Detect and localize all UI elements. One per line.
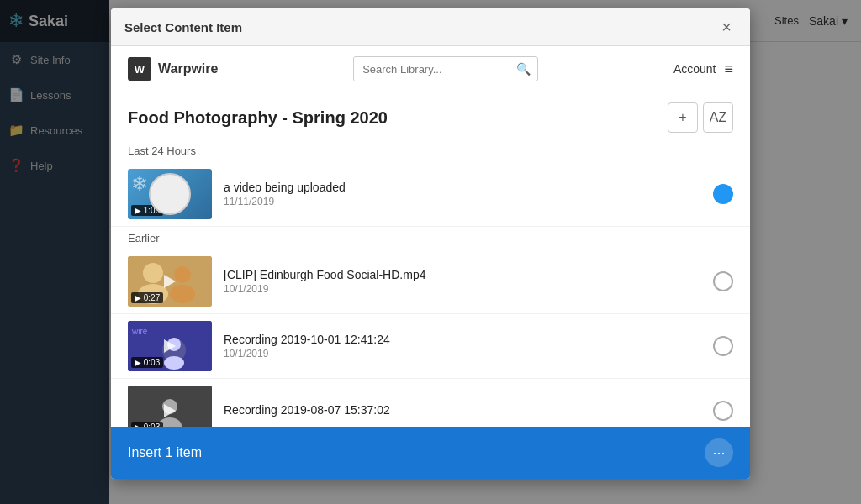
video-item-1[interactable]: ❄ ▶ 1:00 a video being uploaded 11/11/20… xyxy=(111,162,750,227)
warpwire-logo-box: W xyxy=(128,57,151,81)
add-button[interactable]: + xyxy=(668,102,698,133)
video-name-2: [CLIP] Edinburgh Food Social-HD.mp4 xyxy=(224,268,701,281)
modal-body: W Warpwire 🔍 Account ≡ Food Photography … xyxy=(111,46,750,427)
video-duration-3: ▶ 0:03 xyxy=(131,357,163,368)
insert-bar: Insert 1 item ··· xyxy=(111,427,750,479)
svg-text:wire: wire xyxy=(131,327,148,336)
svg-point-1 xyxy=(143,263,163,283)
insert-more-button[interactable]: ··· xyxy=(705,438,733,467)
video-select-2[interactable] xyxy=(713,271,733,291)
warpwire-logo: W Warpwire xyxy=(128,57,218,81)
account-section: Account ≡ xyxy=(673,60,733,78)
library-title: Food Photography - Spring 2020 xyxy=(128,108,388,128)
search-input[interactable] xyxy=(354,58,510,81)
video-name-3: Recording 2019-10-01 12:41:24 xyxy=(224,333,701,346)
video-date-3: 10/1/2019 xyxy=(224,348,701,360)
video-name-1: a video being uploaded xyxy=(224,181,701,194)
video-thumb-3: wire ▶ 0:03 xyxy=(128,321,212,371)
svg-point-3 xyxy=(174,266,191,283)
video-item-3[interactable]: wire ▶ 0:03 Recording 2019-10-01 12:41:2… xyxy=(111,314,750,379)
video-select-4[interactable] xyxy=(713,401,733,421)
section-last24-header: Last 24 Hours xyxy=(111,139,750,162)
more-icon: ··· xyxy=(712,444,725,462)
video-duration-2: ▶ 0:27 xyxy=(131,292,163,303)
warpwire-logo-text: Warpwire xyxy=(158,61,218,76)
section-earlier-header: Earlier xyxy=(111,227,750,249)
insert-label: Insert 1 item xyxy=(128,445,202,460)
video-date-2: 10/1/2019 xyxy=(224,283,701,295)
video-name-4: Recording 2019-08-07 15:37:02 xyxy=(224,403,701,417)
video-duration-4: ▶ 0:03 xyxy=(131,422,163,427)
select-content-modal: Select Content Item × W Warpwire 🔍 Accou… xyxy=(111,8,750,479)
play-icon-2 xyxy=(164,275,176,288)
video-info-1: a video being uploaded 11/11/2019 xyxy=(224,181,701,207)
library-title-row: Food Photography - Spring 2020 + AZ xyxy=(111,92,750,139)
play-icon-4 xyxy=(164,404,176,417)
video-thumb-2: ▶ 0:27 xyxy=(128,256,212,307)
video-info-2: [CLIP] Edinburgh Food Social-HD.mp4 10/1… xyxy=(224,268,701,295)
video-select-3[interactable] xyxy=(713,336,733,356)
video-info-4: Recording 2019-08-07 15:37:02 xyxy=(224,403,701,418)
video-item-4[interactable]: ▶ 0:03 Recording 2019-08-07 15:37:02 xyxy=(111,379,750,427)
svg-point-9 xyxy=(164,356,184,370)
warpwire-header: W Warpwire 🔍 Account ≡ xyxy=(111,46,750,92)
video-info-3: Recording 2019-10-01 12:41:24 10/1/2019 xyxy=(224,333,701,360)
video-date-1: 11/11/2019 xyxy=(224,196,701,207)
modal-header: Select Content Item × xyxy=(111,8,750,46)
modal-overlay: Select Content Item × W Warpwire 🔍 Accou… xyxy=(0,0,861,504)
bowl-graphic xyxy=(149,173,191,215)
account-label: Account xyxy=(673,62,716,76)
modal-close-button[interactable]: × xyxy=(716,17,737,37)
search-button[interactable]: 🔍 xyxy=(510,57,537,81)
az-sort-button[interactable]: AZ xyxy=(703,102,733,133)
modal-title: Select Content Item xyxy=(124,20,242,34)
video-item-2[interactable]: ▶ 0:27 [CLIP] Edinburgh Food Social-HD.m… xyxy=(111,249,750,314)
video-thumb-4: ▶ 0:03 xyxy=(128,386,212,427)
hamburger-menu-icon[interactable]: ≡ xyxy=(724,60,733,78)
play-icon-3 xyxy=(164,339,176,353)
snowflake-icon: ❄ xyxy=(131,172,148,196)
library-actions: + AZ xyxy=(668,102,733,133)
video-select-1[interactable] xyxy=(713,184,733,204)
video-thumb-1: ❄ ▶ 1:00 xyxy=(128,169,212,219)
search-box: 🔍 xyxy=(353,56,538,81)
warpwire-letter: W xyxy=(135,63,145,76)
